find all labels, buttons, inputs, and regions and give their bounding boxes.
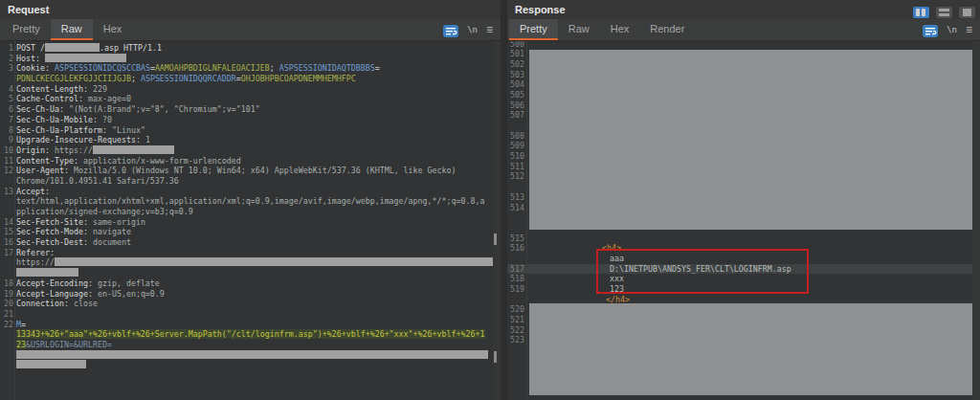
redacted-text: [45, 54, 126, 62]
line-number: 509: [509, 141, 524, 151]
code-token: max-age=0: [88, 94, 131, 103]
http-message-viewer: Request PrettyRawHex \n ≡: [0, 0, 980, 400]
request-panel: Request PrettyRawHex \n ≡: [0, 0, 501, 400]
split-rows-view-icon[interactable]: [936, 7, 952, 18]
response-tab-raw[interactable]: Raw: [558, 19, 600, 40]
line-content: Sec-Fetch-Dest: document: [16, 237, 131, 247]
code-token: navigate: [93, 227, 131, 236]
code-line: 21: [0, 309, 493, 320]
code-token: Upgrade-Insecure-Requests:: [16, 135, 145, 144]
response-tab-pretty[interactable]: Pretty: [509, 19, 558, 40]
code-token: Sec-Ch-Ua:: [16, 104, 69, 114]
line-number: 506: [509, 100, 524, 111]
line-content: Sec-Fetch-Mode: navigate: [16, 227, 131, 236]
response-panel: Response PrettyRawHexRender \n ≡: [507, 0, 980, 400]
code-line: 12User-Agent: Mozilla/5.0 (Windows NT 10…: [0, 166, 493, 176]
code-token: ASPSESSIONIDCQSCCBAS: [55, 63, 150, 73]
line-number: 503: [509, 70, 524, 80]
request-scrollbar[interactable]: [493, 41, 501, 400]
line-number: 513: [509, 192, 524, 203]
newline-icon[interactable]: \n: [467, 24, 478, 36]
code-token: Sec-Fetch-Site:: [16, 217, 93, 227]
line-number: 19: [2, 289, 13, 300]
layout-buttons: [913, 7, 975, 18]
line-number: 14: [2, 217, 13, 228]
hamburger-menu-icon[interactable]: ≡: [966, 24, 972, 36]
code-token: Sec-Fetch-Mode:: [16, 227, 93, 236]
line-content: Upgrade-Insecure-Requests: 1: [16, 135, 150, 144]
request-tab-raw[interactable]: Raw: [51, 19, 93, 40]
response-editor[interactable]: 5005015025035045055065075085095105115125…: [507, 41, 980, 400]
code-line: Chrome/101.0.4951.41 Safari/537.36: [0, 176, 493, 187]
line-content: https://: [16, 257, 493, 267]
code-token: AAMOAHPBDIGLNFALEOACIJEB: [155, 63, 270, 73]
line-number: 6: [2, 104, 13, 115]
line-number: 8: [2, 125, 13, 136]
line-number: 504: [509, 79, 524, 90]
redacted-block: [529, 303, 972, 395]
line-number: 15: [2, 227, 13, 237]
code-token: Origin:: [16, 145, 55, 155]
line-content: Accept-Encoding: gzip, deflate: [16, 278, 160, 288]
line-content: [16, 268, 78, 278]
line-content: M=: [16, 320, 26, 329]
code-line: 11Content-Type: application/x-www-form-u…: [0, 156, 493, 167]
word-wrap-icon[interactable]: [923, 24, 938, 36]
code-line: 500: [507, 41, 972, 49]
response-tabbar: PrettyRawHexRender \n ≡: [507, 19, 980, 41]
code-line: 16Sec-Fetch-Dest: document: [0, 237, 493, 248]
code-token: text/html,application/xhtml+xml,applicat…: [16, 196, 485, 206]
code-token: Referer:: [16, 248, 55, 257]
line-number: 507: [509, 110, 524, 121]
line-content: Host:: [16, 54, 126, 63]
line-number: 21: [2, 309, 13, 320]
response-panel-title: Response: [515, 4, 566, 15]
response-tab-hex[interactable]: Hex: [600, 19, 640, 40]
panel-splitter[interactable]: [501, 0, 507, 400]
line-content: text/html,application/xhtml+xml,applicat…: [16, 196, 485, 206]
code-token: Sec-Ch-Ua-Mobile:: [16, 115, 102, 124]
response-scrollbar[interactable]: [972, 41, 980, 400]
code-token: 23: [16, 340, 26, 349]
code-line: https://: [0, 257, 493, 268]
line-content: Sec-Fetch-Site: same-origin: [16, 217, 145, 227]
annotation-box: [596, 249, 809, 294]
code-token: https://: [55, 145, 93, 155]
code-token: Accept-Encoding:: [16, 278, 98, 288]
request-tab-hex[interactable]: Hex: [93, 19, 133, 40]
code-token: ASPSESSIONIDAQTDBBBS: [279, 63, 375, 73]
code-token: &USRLOGIN=&URLRED=: [26, 340, 112, 349]
code-token: Connection:: [16, 299, 74, 308]
response-tab-render[interactable]: Render: [639, 19, 695, 40]
line-number: 518: [509, 274, 524, 284]
code-line: 23&USRLOGIN=&URLRED=: [0, 340, 493, 350]
request-tab-pretty[interactable]: Pretty: [2, 19, 51, 40]
line-number: 501: [509, 49, 524, 59]
code-token: ;: [131, 74, 141, 83]
code-token: close: [74, 299, 98, 308]
code-line: 8Sec-Ch-Ua-Platform: "Linux": [0, 125, 493, 136]
split-columns-view-icon[interactable]: [913, 7, 929, 18]
code-line: 515: [507, 233, 972, 244]
word-wrap-icon[interactable]: [443, 24, 458, 36]
line-content: Accept:: [16, 187, 50, 196]
code-token: OHJOBHPBCOAPDNEMMHEMHFPC: [241, 74, 356, 83]
maximize-view-icon[interactable]: [959, 7, 975, 18]
code-line: 9Upgrade-Insecure-Requests: 1: [0, 135, 493, 145]
line-content: Accept-Language: en-US,en;q=0.9: [16, 289, 165, 299]
line-content: Content-Type: application/x-www-form-url…: [16, 156, 241, 166]
newline-icon[interactable]: \n: [947, 24, 957, 36]
code-line: PDNLCKECGJLEKFGJJCIIJGJB; ASPSESSIONIDQQ…: [0, 74, 493, 84]
code-line: 7Sec-Ch-Ua-Mobile: ?0: [0, 115, 493, 125]
code-token: 1: [145, 135, 150, 144]
hamburger-menu-icon[interactable]: ≡: [486, 24, 493, 36]
request-editor[interactable]: 1POST /.asp HTTP/1.12Host: 3Cookie: ASPS…: [0, 41, 501, 400]
line-content: Sec-Ch-Ua: "(Not(A:Brand";v="8", "Chromi…: [16, 104, 260, 114]
redacted-text: [45, 43, 100, 52]
line-content: PDNLCKECGJLEKFGJJCIIJGJB; ASPSESSIONIDQQ…: [16, 74, 356, 83]
line-content: Sec-Ch-Ua-Platform: "Linux": [16, 125, 145, 135]
code-token: POST /: [16, 43, 45, 53]
request-panel-title: Request: [8, 4, 49, 15]
line-content: 13343+%26+"aaa"+%26+vblf+%26+Server.MapP…: [16, 329, 485, 339]
line-content: Content-Length: 229: [16, 84, 107, 94]
